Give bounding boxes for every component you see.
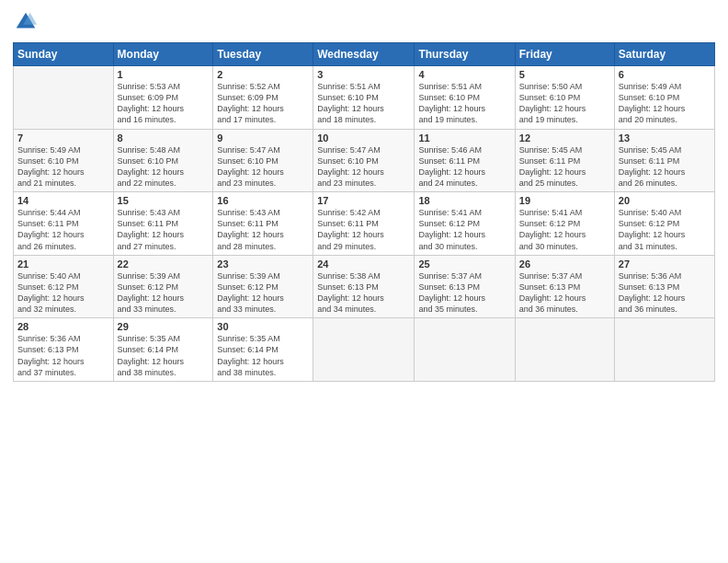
day-number: 16: [217, 195, 309, 206]
calendar-cell: 3Sunrise: 5:51 AM Sunset: 6:10 PM Daylig…: [313, 66, 415, 130]
day-info: Sunrise: 5:52 AM Sunset: 6:09 PM Dayligh…: [217, 81, 309, 126]
calendar-cell: 28Sunrise: 5:36 AM Sunset: 6:13 PM Dayli…: [14, 318, 114, 382]
day-info: Sunrise: 5:42 AM Sunset: 6:11 PM Dayligh…: [317, 207, 410, 252]
day-number: 19: [519, 195, 610, 206]
day-number: 7: [17, 132, 109, 144]
day-number: 17: [317, 195, 410, 206]
calendar-week-2: 7Sunrise: 5:49 AM Sunset: 6:10 PM Daylig…: [14, 129, 715, 192]
calendar-header-saturday: Saturday: [614, 43, 714, 66]
day-info: Sunrise: 5:39 AM Sunset: 6:12 PM Dayligh…: [118, 270, 210, 316]
day-number: 26: [519, 259, 610, 270]
calendar-cell: 14Sunrise: 5:44 AM Sunset: 6:11 PM Dayli…: [14, 192, 114, 256]
day-number: 20: [619, 195, 711, 206]
calendar-header-row: SundayMondayTuesdayWednesdayThursdayFrid…: [14, 43, 715, 66]
day-info: Sunrise: 5:47 AM Sunset: 6:10 PM Dayligh…: [317, 144, 410, 190]
day-info: Sunrise: 5:41 AM Sunset: 6:12 PM Dayligh…: [519, 207, 610, 252]
calendar-cell: 19Sunrise: 5:41 AM Sunset: 6:12 PM Dayli…: [515, 192, 614, 256]
day-info: Sunrise: 5:46 AM Sunset: 6:11 PM Dayligh…: [418, 144, 510, 190]
calendar-header-friday: Friday: [515, 43, 614, 66]
calendar-week-4: 21Sunrise: 5:40 AM Sunset: 6:12 PM Dayli…: [14, 255, 715, 318]
calendar-cell: 26Sunrise: 5:37 AM Sunset: 6:13 PM Dayli…: [515, 255, 614, 318]
calendar-header-monday: Monday: [113, 43, 213, 66]
day-number: 12: [519, 132, 610, 144]
day-number: 3: [317, 69, 410, 80]
calendar-cell: 18Sunrise: 5:41 AM Sunset: 6:12 PM Dayli…: [415, 192, 515, 256]
day-info: Sunrise: 5:51 AM Sunset: 6:10 PM Dayligh…: [418, 81, 510, 126]
calendar-cell: 2Sunrise: 5:52 AM Sunset: 6:09 PM Daylig…: [213, 66, 313, 130]
day-info: Sunrise: 5:37 AM Sunset: 6:13 PM Dayligh…: [418, 270, 510, 316]
day-info: Sunrise: 5:45 AM Sunset: 6:11 PM Dayligh…: [519, 144, 610, 190]
day-info: Sunrise: 5:48 AM Sunset: 6:10 PM Dayligh…: [118, 144, 210, 190]
calendar-cell: 4Sunrise: 5:51 AM Sunset: 6:10 PM Daylig…: [415, 66, 515, 130]
day-info: Sunrise: 5:38 AM Sunset: 6:13 PM Dayligh…: [317, 270, 410, 316]
day-number: 24: [317, 259, 410, 270]
day-info: Sunrise: 5:45 AM Sunset: 6:11 PM Dayligh…: [619, 144, 711, 190]
day-number: 13: [619, 132, 711, 144]
day-info: Sunrise: 5:51 AM Sunset: 6:10 PM Dayligh…: [317, 81, 410, 126]
calendar: SundayMondayTuesdayWednesdayThursdayFrid…: [13, 42, 715, 382]
day-number: 25: [418, 259, 510, 270]
day-info: Sunrise: 5:36 AM Sunset: 6:13 PM Dayligh…: [17, 333, 109, 378]
day-info: Sunrise: 5:36 AM Sunset: 6:13 PM Dayligh…: [619, 270, 711, 316]
calendar-cell: 16Sunrise: 5:43 AM Sunset: 6:11 PM Dayli…: [213, 192, 313, 256]
day-info: Sunrise: 5:43 AM Sunset: 6:11 PM Dayligh…: [217, 207, 309, 252]
calendar-cell: 11Sunrise: 5:46 AM Sunset: 6:11 PM Dayli…: [415, 129, 515, 192]
calendar-week-1: 1Sunrise: 5:53 AM Sunset: 6:09 PM Daylig…: [14, 66, 715, 130]
calendar-cell: [614, 318, 714, 382]
calendar-cell: 15Sunrise: 5:43 AM Sunset: 6:11 PM Dayli…: [113, 192, 213, 256]
calendar-cell: [415, 318, 515, 382]
day-info: Sunrise: 5:37 AM Sunset: 6:13 PM Dayligh…: [519, 270, 610, 316]
day-number: 9: [217, 132, 309, 144]
day-number: 1: [118, 69, 210, 80]
day-number: 8: [118, 132, 210, 144]
calendar-cell: 20Sunrise: 5:40 AM Sunset: 6:12 PM Dayli…: [614, 192, 714, 256]
calendar-cell: 13Sunrise: 5:45 AM Sunset: 6:11 PM Dayli…: [614, 129, 714, 192]
day-info: Sunrise: 5:47 AM Sunset: 6:10 PM Dayligh…: [217, 144, 309, 190]
calendar-cell: [515, 318, 614, 382]
calendar-cell: 7Sunrise: 5:49 AM Sunset: 6:10 PM Daylig…: [14, 129, 114, 192]
calendar-cell: 5Sunrise: 5:50 AM Sunset: 6:10 PM Daylig…: [515, 66, 614, 130]
day-info: Sunrise: 5:43 AM Sunset: 6:11 PM Dayligh…: [118, 207, 210, 252]
calendar-cell: 1Sunrise: 5:53 AM Sunset: 6:09 PM Daylig…: [113, 66, 213, 130]
day-number: 14: [17, 195, 109, 206]
calendar-cell: 29Sunrise: 5:35 AM Sunset: 6:14 PM Dayli…: [113, 318, 213, 382]
day-number: 2: [217, 69, 309, 80]
calendar-cell: 17Sunrise: 5:42 AM Sunset: 6:11 PM Dayli…: [313, 192, 415, 256]
calendar-week-3: 14Sunrise: 5:44 AM Sunset: 6:11 PM Dayli…: [14, 192, 715, 256]
calendar-week-5: 28Sunrise: 5:36 AM Sunset: 6:13 PM Dayli…: [14, 318, 715, 382]
day-number: 5: [519, 69, 610, 80]
day-info: Sunrise: 5:49 AM Sunset: 6:10 PM Dayligh…: [17, 144, 109, 190]
day-number: 15: [118, 195, 210, 206]
day-info: Sunrise: 5:35 AM Sunset: 6:14 PM Dayligh…: [118, 333, 210, 378]
day-number: 29: [118, 321, 210, 332]
calendar-cell: 10Sunrise: 5:47 AM Sunset: 6:10 PM Dayli…: [313, 129, 415, 192]
calendar-cell: [14, 66, 114, 130]
calendar-header-wednesday: Wednesday: [313, 43, 415, 66]
calendar-header-tuesday: Tuesday: [213, 43, 313, 66]
calendar-cell: 6Sunrise: 5:49 AM Sunset: 6:10 PM Daylig…: [614, 66, 714, 130]
calendar-cell: [313, 318, 415, 382]
calendar-cell: 30Sunrise: 5:35 AM Sunset: 6:14 PM Dayli…: [213, 318, 313, 382]
day-info: Sunrise: 5:35 AM Sunset: 6:14 PM Dayligh…: [217, 333, 309, 378]
calendar-cell: 8Sunrise: 5:48 AM Sunset: 6:10 PM Daylig…: [113, 129, 213, 192]
day-number: 28: [17, 321, 109, 332]
day-number: 4: [418, 69, 510, 80]
calendar-cell: 25Sunrise: 5:37 AM Sunset: 6:13 PM Dayli…: [415, 255, 515, 318]
calendar-header-thursday: Thursday: [415, 43, 515, 66]
logo-icon: [13, 9, 39, 35]
day-number: 11: [418, 132, 510, 144]
day-number: 21: [17, 259, 109, 270]
calendar-header-sunday: Sunday: [14, 43, 114, 66]
calendar-cell: 9Sunrise: 5:47 AM Sunset: 6:10 PM Daylig…: [213, 129, 313, 192]
calendar-cell: 23Sunrise: 5:39 AM Sunset: 6:12 PM Dayli…: [213, 255, 313, 318]
day-info: Sunrise: 5:40 AM Sunset: 6:12 PM Dayligh…: [619, 207, 711, 252]
day-number: 30: [217, 321, 309, 332]
day-number: 27: [619, 259, 711, 270]
day-info: Sunrise: 5:49 AM Sunset: 6:10 PM Dayligh…: [619, 81, 711, 126]
calendar-cell: 12Sunrise: 5:45 AM Sunset: 6:11 PM Dayli…: [515, 129, 614, 192]
day-number: 10: [317, 132, 410, 144]
day-info: Sunrise: 5:44 AM Sunset: 6:11 PM Dayligh…: [17, 207, 109, 252]
header: [13, 9, 715, 35]
calendar-cell: 22Sunrise: 5:39 AM Sunset: 6:12 PM Dayli…: [113, 255, 213, 318]
day-info: Sunrise: 5:41 AM Sunset: 6:12 PM Dayligh…: [418, 207, 510, 252]
